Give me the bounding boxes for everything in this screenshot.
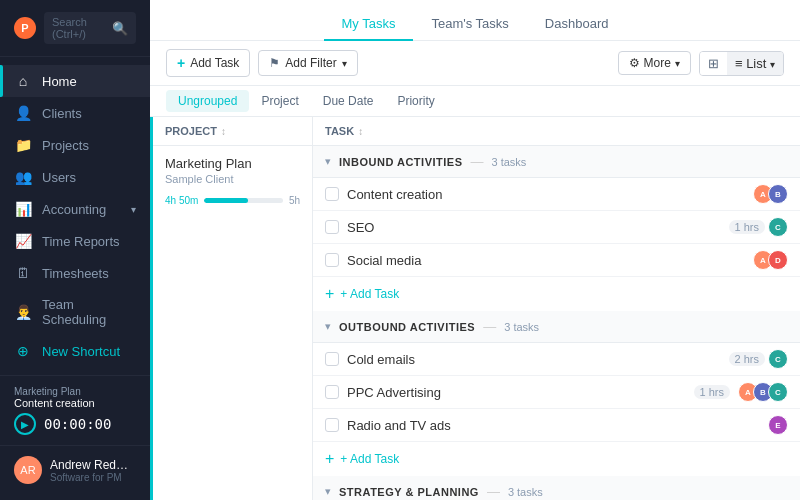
task-row: SEO 1 hrs C <box>313 211 800 244</box>
group-option-priority[interactable]: Priority <box>385 90 446 112</box>
sidebar-item-new-shortcut[interactable]: ⊕ New Shortcut <box>0 335 150 367</box>
progress-bar-wrap: 4h 50m 5h <box>165 195 300 206</box>
task-header-label: TASK <box>325 125 354 137</box>
avatar: C <box>768 349 788 369</box>
sidebar-nav: ⌂ Home 👤 Clients 📁 Projects 👥 Users 📊 Ac… <box>0 57 150 375</box>
task-avatars: A D <box>753 250 788 270</box>
sidebar-item-time-reports[interactable]: 📈 Time Reports <box>0 225 150 257</box>
sidebar-search[interactable]: Search (Ctrl+/) 🔍 <box>44 12 136 44</box>
sidebar-item-label: Time Reports <box>42 234 120 249</box>
sidebar-item-label: Accounting <box>42 202 106 217</box>
task-checkbox[interactable] <box>325 385 339 399</box>
search-placeholder-text: Search (Ctrl+/) <box>52 16 106 40</box>
timer-task: Content creation <box>14 397 136 409</box>
user-name: Andrew Redwick <box>50 458 136 472</box>
team-scheduling-icon: 👨‍💼 <box>14 304 32 320</box>
project-header: PROJECT ↕ <box>153 117 312 146</box>
task-group-inbound: ▾ INBOUND ACTIVITIES — 3 tasks Content c… <box>313 146 800 311</box>
task-avatars: E <box>773 415 788 435</box>
avatar: C <box>768 217 788 237</box>
add-icon: + <box>325 450 334 468</box>
group-option-project[interactable]: Project <box>249 90 310 112</box>
gear-icon: ⚙ <box>629 56 640 70</box>
avatar: B <box>768 184 788 204</box>
task-checkbox[interactable] <box>325 220 339 234</box>
add-task-inline-button[interactable]: + + Add Task <box>313 442 800 476</box>
task-time: 1 hrs <box>694 385 730 399</box>
sidebar-item-team-scheduling[interactable]: 👨‍💼 Team Scheduling <box>0 289 150 335</box>
sidebar-item-label: Home <box>42 74 77 89</box>
tab-teams-tasks[interactable]: Team's Tasks <box>413 8 526 41</box>
sidebar-header: P Search (Ctrl+/) 🔍 <box>0 0 150 57</box>
timer-play-button[interactable]: ▶ <box>14 413 36 435</box>
timesheets-icon: 🗓 <box>14 265 32 281</box>
more-button[interactable]: ⚙ More ▾ <box>618 51 691 75</box>
clients-icon: 👤 <box>14 105 32 121</box>
task-sort-icon: ↕ <box>358 126 363 137</box>
task-row: Content creation A B <box>313 178 800 211</box>
add-filter-button[interactable]: ⚑ Add Filter ▾ <box>258 50 357 76</box>
group-option-due-date[interactable]: Due Date <box>311 90 386 112</box>
user-profile[interactable]: AR Andrew Redwick Software for PM <box>0 445 150 494</box>
sidebar-item-timesheets[interactable]: 🗓 Timesheets <box>0 257 150 289</box>
task-panel-header: TASK ↕ <box>313 117 800 146</box>
group-dash: — <box>487 484 500 499</box>
sidebar-item-home[interactable]: ⌂ Home <box>0 65 150 97</box>
filter-chevron-icon: ▾ <box>342 58 347 69</box>
task-checkbox[interactable] <box>325 352 339 366</box>
sidebar-item-label: Clients <box>42 106 82 121</box>
avatar: AR <box>14 456 42 484</box>
top-tabs: My Tasks Team's Tasks Dashboard <box>150 0 800 41</box>
tab-dashboard[interactable]: Dashboard <box>527 8 627 41</box>
task-name: SEO <box>347 220 721 235</box>
group-count: 3 tasks <box>508 486 543 498</box>
home-icon: ⌂ <box>14 73 32 89</box>
accounting-icon: 📊 <box>14 201 32 217</box>
collapse-icon[interactable]: ▾ <box>325 320 331 333</box>
toolbar: + Add Task ⚑ Add Filter ▾ ⚙ More ▾ ⊞ ≡ L… <box>150 41 800 86</box>
user-role: Software for PM <box>50 472 136 483</box>
sidebar-item-users[interactable]: 👥 Users <box>0 161 150 193</box>
group-count: 3 tasks <box>504 321 539 333</box>
task-checkbox[interactable] <box>325 253 339 267</box>
project-card[interactable]: Marketing Plan Sample Client 4h 50m 5h <box>153 146 312 216</box>
group-count: 3 tasks <box>492 156 527 168</box>
add-task-inline-button[interactable]: + + Add Task <box>313 277 800 311</box>
project-panel: PROJECT ↕ Marketing Plan Sample Client 4… <box>153 117 313 500</box>
task-row: Radio and TV ads E <box>313 409 800 442</box>
timer-project: Marketing Plan <box>14 386 136 397</box>
list-view-button[interactable]: ≡ List ▾ <box>727 52 783 75</box>
collapse-icon[interactable]: ▾ <box>325 485 331 498</box>
project-client: Sample Client <box>165 173 300 185</box>
task-checkbox[interactable] <box>325 187 339 201</box>
plus-icon: + <box>177 55 185 71</box>
add-icon: + <box>325 285 334 303</box>
group-header-inbound[interactable]: ▾ INBOUND ACTIVITIES — 3 tasks <box>313 146 800 178</box>
chevron-icon: ▾ <box>131 204 136 215</box>
collapse-icon[interactable]: ▾ <box>325 155 331 168</box>
progress-total: 5h <box>289 195 300 206</box>
add-task-button[interactable]: + Add Task <box>166 49 250 77</box>
progress-fill <box>204 198 247 203</box>
more-chevron-icon: ▾ <box>675 58 680 69</box>
sidebar-item-projects[interactable]: 📁 Projects <box>0 129 150 161</box>
sidebar-collapse-button[interactable]: ‹ <box>0 494 150 500</box>
progress-hours: 4h 50m <box>165 195 198 206</box>
filter-icon: ⚑ <box>269 56 280 70</box>
tab-my-tasks[interactable]: My Tasks <box>324 8 414 41</box>
task-checkbox[interactable] <box>325 418 339 432</box>
task-avatars: C <box>773 217 788 237</box>
list-icon: ≡ <box>735 56 743 71</box>
avatar: E <box>768 415 788 435</box>
task-avatars: C <box>773 349 788 369</box>
group-title: OUTBOUND ACTIVITIES <box>339 321 475 333</box>
group-header-strategy[interactable]: ▾ STRATEGY & PLANNING — 3 tasks <box>313 476 800 500</box>
avatar: D <box>768 250 788 270</box>
content-area: PROJECT ↕ Marketing Plan Sample Client 4… <box>150 117 800 500</box>
sidebar-item-clients[interactable]: 👤 Clients <box>0 97 150 129</box>
grid-view-button[interactable]: ⊞ <box>700 52 727 75</box>
group-option-ungrouped[interactable]: Ungrouped <box>166 90 249 112</box>
sidebar-item-accounting[interactable]: 📊 Accounting ▾ <box>0 193 150 225</box>
group-header-outbound[interactable]: ▾ OUTBOUND ACTIVITIES — 3 tasks <box>313 311 800 343</box>
projects-icon: 📁 <box>14 137 32 153</box>
